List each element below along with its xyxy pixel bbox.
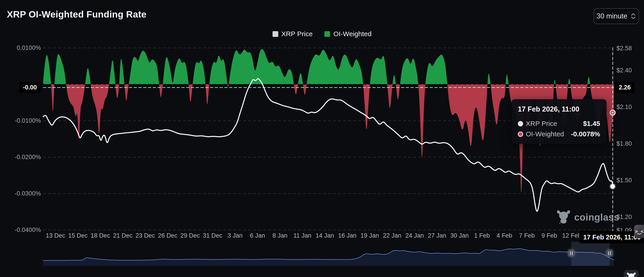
navigator-handle-left[interactable]: [568, 249, 575, 257]
x-axis-label: 14 Jan: [316, 232, 334, 239]
x-axis-label: 11 Jan: [294, 232, 312, 239]
x-axis-label: 21 Dec: [113, 232, 132, 239]
y-axis-left-tick: -0.0300%: [2, 190, 41, 197]
chart-legend: XRP PriceOI-Weighted: [0, 30, 644, 38]
legend-swatch-icon: [272, 31, 278, 37]
tooltip-series-label: XRP Price: [526, 120, 580, 127]
y-axis-left-tick: 0.0100%: [2, 44, 41, 52]
x-axis-label: 16 Jan: [338, 232, 356, 239]
series-dot-icon: [518, 121, 523, 126]
x-axis-label: 9 Feb: [542, 232, 557, 239]
timeframe-select[interactable]: 30 minute: [594, 8, 639, 24]
tooltip-row: XRP Price$1.45: [518, 120, 600, 127]
x-axis-label: 18 Dec: [91, 232, 110, 239]
x-axis-label: 19 Jan: [360, 232, 379, 239]
y-axis-left-tick: -0.0400%: [2, 226, 41, 233]
page-title: XRP OI-Weighted Funding Rate: [7, 9, 146, 20]
chart-tooltip: 17 Feb 2026, 11:00 XRP Price$1.45OI-Weig…: [512, 99, 606, 144]
y-axis-right-tick: $2.40: [616, 67, 632, 74]
chevron-up-down-icon: [630, 13, 636, 19]
x-axis-label: 3 Jan: [228, 232, 242, 239]
coinglass-widget-button[interactable]: [624, 270, 639, 277]
x-axis-label: 30 Jan: [450, 232, 469, 239]
timeframe-value: 30 minute: [596, 12, 628, 20]
y-axis-left-tick: -0.0100%: [2, 117, 41, 124]
funding-rate-page: XRP OI-Weighted Funding Rate 30 minute X…: [0, 0, 644, 277]
x-axis-label: 24 Jan: [405, 232, 424, 239]
x-axis-label: 4 Feb: [496, 232, 512, 239]
x-axis-label: 22 Jan: [383, 232, 402, 239]
y-axis-right-tick: $2.58: [616, 45, 632, 52]
legend-label: OI-Weighted: [333, 30, 372, 38]
coinglass-mascot-icon: [626, 272, 636, 277]
series-dot-icon: [518, 132, 523, 137]
y-axis-right-tick: $1.20: [616, 213, 632, 220]
tooltip-date: 17 Feb 2026, 11:00: [518, 105, 600, 113]
y-axis-right-tick: $2.10: [616, 103, 632, 110]
y-axis-left-tick: -0.0200%: [2, 154, 41, 161]
legend-swatch-icon: [324, 31, 330, 37]
x-axis-label: 8 Jan: [272, 232, 287, 239]
tooltip-series-label: OI-Weighted: [526, 130, 568, 138]
x-axis-label: 1 Feb: [474, 232, 490, 239]
x-axis-label: 13 Dec: [46, 232, 65, 239]
navigator-handle-right[interactable]: [606, 249, 613, 257]
tooltip-series-value: $1.45: [583, 120, 600, 127]
x-axis-label: 12 Feb: [562, 232, 581, 239]
emoji-face-button[interactable]: >‿<: [634, 225, 644, 238]
x-axis-label: 29 Dec: [180, 232, 200, 239]
y-axis-right-tick: $1.50: [616, 177, 632, 184]
legend-item-oi-weighted[interactable]: OI-Weighted: [324, 30, 372, 38]
x-axis-label: 27 Jan: [428, 232, 446, 239]
tooltip-row: OI-Weighted-0.0078%: [518, 130, 600, 138]
x-axis-label: 6 Jan: [250, 232, 265, 239]
tooltip-series-value: -0.0078%: [571, 130, 600, 138]
legend-label: XRP Price: [282, 30, 313, 38]
legend-item-xrp-price[interactable]: XRP Price: [272, 30, 313, 38]
x-axis-label: 31 Dec: [203, 232, 222, 239]
x-axis-label: 7 Feb: [519, 232, 535, 239]
crosshair-right-badge: 2.26: [615, 82, 634, 93]
x-axis-label: 26 Dec: [158, 232, 178, 239]
y-axis-right-tick: $1.80: [616, 140, 632, 147]
crosshair-left-badge: -0.00: [19, 82, 40, 93]
x-axis-label: 15 Dec: [68, 232, 88, 239]
x-axis-label: 23 Dec: [136, 232, 155, 239]
